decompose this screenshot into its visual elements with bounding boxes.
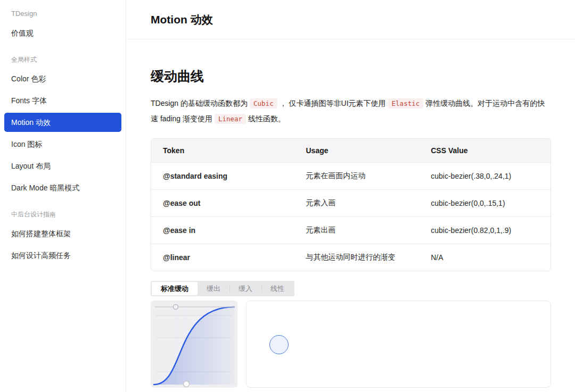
main-content: Motion 动效 缓动曲线 TDesign 的基础缓动函数都为Cubic， 仅… [127,0,575,392]
page-header: Motion 动效 [127,0,575,39]
section-heading: 缓动曲线 [151,68,551,85]
sidebar-section-guides: 中后台设计指南 [4,211,121,218]
tab-ease-out[interactable]: 缓出 [198,282,229,295]
sidebar-item-layout[interactable]: Layout 布局 [4,156,121,176]
tab-ease-in[interactable]: 缓入 [229,282,261,295]
animation-demo-panel [246,301,551,388]
token-standard-easing: @standard easing [151,162,294,189]
usage-cell: 元素出画 [294,216,420,244]
sidebar-item-framework[interactable]: 如何搭建整体框架 [4,224,121,243]
sidebar: TDesign 价值观 全局样式 Color 色彩 Fonts 字体 Motio… [0,0,126,392]
css-value-cell: cubic-bezier(.38,0,.24,1) [419,162,551,189]
sidebar-item-color[interactable]: Color 色彩 [4,69,121,88]
table-row: @standard easing 元素在画面内运动 cubic-bezier(.… [151,162,551,189]
top-control-handle[interactable] [174,305,178,310]
intro-text: 线性函数。 [248,114,285,123]
curve-area-fill [154,307,234,385]
intro-text: ， 仅卡通插图等非UI元素下使用 [280,99,386,107]
table-row: @linear 与其他运动同时进行的渐变 N/A [151,244,551,271]
css-value-cell: cubic-bezier(0.82,0,1,.9) [419,216,551,244]
sidebar-item-darkmode[interactable]: Dark Mode 暗黑模式 [4,178,121,197]
token-linear: @linear [151,244,294,271]
column-header-token: Token [151,139,294,162]
bottom-control-handle[interactable] [184,381,190,387]
animated-ball [269,335,289,354]
column-header-css-value: CSS Value [419,139,551,162]
sidebar-item-icon[interactable]: Icon 图标 [4,135,121,154]
intro-text: TDesign 的基础缓动函数都为 [151,99,248,107]
usage-cell: 元素在画面内运动 [294,162,420,189]
css-value-cell: N/A [419,244,551,271]
sidebar-item-motion[interactable]: Motion 动效 [4,113,121,132]
bezier-curve-graph [151,301,237,388]
sidebar-item-fonts[interactable]: Fonts 字体 [4,91,121,110]
table-header-row: Token Usage CSS Value [151,139,551,162]
intro-paragraph: TDesign 的基础缓动函数都为Cubic， 仅卡通插图等非UI元素下使用El… [151,96,551,127]
sidebar-item-values[interactable]: 价值观 [4,23,121,43]
code-chip-linear: Linear [215,114,246,124]
bezier-curve-svg [151,301,237,388]
brand-logo-text: TDesign [4,10,121,18]
table-row: @ease in 元素出画 cubic-bezier(0.82,0,1,.9) [151,216,551,244]
code-chip-cubic: Cubic [250,98,277,109]
tab-linear[interactable]: 线性 [261,282,293,295]
usage-cell: 与其他运动同时进行的渐变 [294,244,420,271]
tab-standard-easing[interactable]: 标准缓动 [152,282,198,295]
easing-tokens-table: Token Usage CSS Value @standard easing 元… [151,138,551,271]
sidebar-section-global: 全局样式 [4,56,121,63]
usage-cell: 元素入画 [294,189,420,216]
column-header-usage: Usage [294,139,420,162]
css-value-cell: cubic-bezier(0,0,.15,1) [419,189,551,216]
easing-demo-tabbar: 标准缓动 缓出 缓入 线性 [151,281,294,296]
table-row: @ease out 元素入画 cubic-bezier(0,0,.15,1) [151,189,551,216]
token-ease-out: @ease out [151,189,294,216]
code-chip-elastic: Elastic [388,98,424,109]
sidebar-item-tasks[interactable]: 如何设计高频任务 [4,246,121,265]
token-ease-in: @ease in [151,216,294,244]
page-title: Motion 动效 [151,12,213,27]
